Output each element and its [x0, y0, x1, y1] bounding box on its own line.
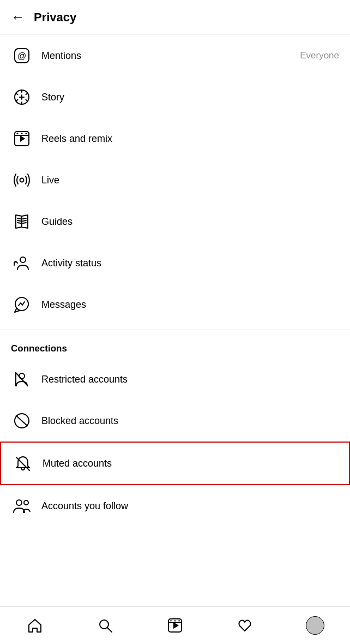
svg-line-9 — [16, 93, 18, 94]
live-icon — [11, 169, 33, 191]
svg-line-8 — [16, 100, 18, 101]
mentions-icon: @ — [11, 45, 33, 67]
svg-point-43 — [170, 620, 171, 621]
svg-point-26 — [20, 257, 26, 263]
svg-point-16 — [21, 133, 23, 134]
reels-icon — [11, 128, 33, 150]
back-button[interactable]: ← — [11, 9, 25, 26]
svg-line-25 — [23, 223, 26, 223]
nav-reels[interactable] — [161, 615, 189, 636]
nav-profile[interactable] — [301, 615, 329, 636]
svg-point-38 — [100, 620, 108, 629]
svg-line-24 — [23, 220, 26, 221]
live-label: Live — [41, 175, 59, 186]
muted-label: Muted accounts — [43, 458, 112, 469]
blocked-label: Blocked accounts — [41, 415, 118, 427]
content: @ Mentions Everyone Story — [0, 35, 350, 606]
svg-line-20 — [17, 218, 21, 219]
svg-point-37 — [24, 500, 28, 505]
svg-point-44 — [174, 620, 176, 621]
activity-label: Activity status — [41, 258, 101, 269]
story-label: Story — [41, 92, 64, 103]
connections-title: Connections — [11, 343, 67, 354]
mentions-left: @ Mentions — [11, 45, 81, 67]
story-icon — [11, 86, 33, 108]
bottom-nav — [0, 606, 350, 644]
header: ← Privacy — [0, 0, 350, 35]
svg-line-21 — [17, 220, 21, 221]
svg-point-45 — [178, 620, 179, 621]
svg-marker-13 — [20, 135, 25, 142]
activity-item[interactable]: Activity status — [0, 242, 350, 284]
svg-line-5 — [26, 93, 28, 94]
activity-icon — [11, 252, 33, 274]
svg-line-34 — [16, 416, 27, 426]
svg-line-23 — [23, 218, 26, 219]
restricted-label: Restricted accounts — [41, 374, 128, 385]
mentions-value: Everyone — [300, 50, 339, 61]
nav-search[interactable] — [92, 615, 119, 636]
messages-item[interactable]: Messages — [0, 284, 350, 325]
following-label: Accounts you follow — [41, 500, 128, 512]
section-divider — [0, 330, 350, 330]
live-item[interactable]: Live — [0, 159, 350, 201]
svg-point-18 — [20, 178, 24, 182]
svg-text:@: @ — [17, 51, 26, 61]
svg-point-36 — [16, 500, 22, 505]
svg-line-31 — [16, 373, 28, 386]
story-item[interactable]: Story — [0, 76, 350, 118]
page-title: Privacy — [34, 10, 76, 25]
svg-line-39 — [107, 628, 112, 633]
guides-label: Guides — [41, 216, 73, 228]
svg-line-6 — [26, 100, 28, 101]
guides-icon — [11, 211, 33, 232]
connections-section-header: Connections — [0, 335, 350, 359]
reels-item[interactable]: Reels and remix — [0, 118, 350, 159]
mentions-item[interactable]: @ Mentions Everyone — [0, 35, 350, 76]
muted-icon — [12, 452, 34, 474]
reels-label: Reels and remix — [41, 133, 112, 145]
blocked-accounts-item[interactable]: Blocked accounts — [0, 400, 350, 442]
nav-home[interactable] — [21, 615, 49, 636]
guides-item[interactable]: Guides — [0, 201, 350, 242]
nav-likes[interactable] — [231, 615, 258, 636]
svg-point-17 — [26, 133, 27, 134]
blocked-icon — [11, 410, 33, 432]
mentions-label: Mentions — [41, 50, 81, 62]
following-icon — [11, 495, 33, 517]
profile-avatar — [306, 616, 324, 635]
messages-label: Messages — [41, 299, 86, 311]
restricted-accounts-item[interactable]: Restricted accounts — [0, 359, 350, 400]
svg-line-22 — [17, 223, 21, 223]
messages-icon — [11, 294, 33, 315]
restricted-icon — [11, 368, 33, 390]
svg-point-15 — [17, 133, 19, 134]
following-accounts-item[interactable]: Accounts you follow — [0, 485, 350, 527]
muted-accounts-item[interactable]: Muted accounts — [0, 442, 350, 485]
